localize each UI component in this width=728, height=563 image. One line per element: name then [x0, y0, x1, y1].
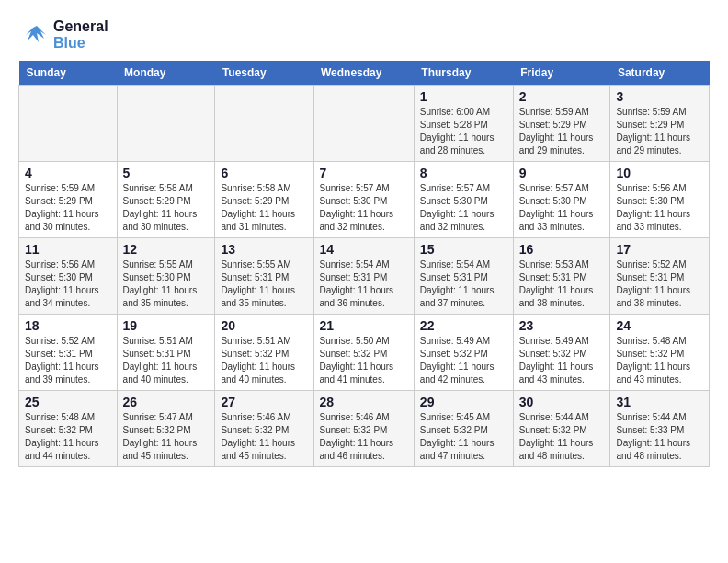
- calendar-cell: 3Sunrise: 5:59 AM Sunset: 5:29 PM Daylig…: [610, 86, 710, 162]
- day-number: 31: [616, 395, 703, 409]
- calendar-cell: 10Sunrise: 5:56 AM Sunset: 5:30 PM Dayli…: [610, 162, 710, 238]
- calendar-cell: 27Sunrise: 5:46 AM Sunset: 5:32 PM Dayli…: [215, 391, 313, 467]
- day-header-tuesday: Tuesday: [215, 61, 313, 86]
- day-info: Sunrise: 5:46 AM Sunset: 5:32 PM Dayligh…: [320, 411, 408, 463]
- calendar-cell: 24Sunrise: 5:48 AM Sunset: 5:32 PM Dayli…: [610, 315, 710, 391]
- calendar-cell: 16Sunrise: 5:53 AM Sunset: 5:31 PM Dayli…: [513, 238, 610, 315]
- calendar-week-3: 11Sunrise: 5:56 AM Sunset: 5:30 PM Dayli…: [19, 238, 710, 315]
- calendar-cell: 11Sunrise: 5:56 AM Sunset: 5:30 PM Dayli…: [19, 238, 118, 315]
- day-info: Sunrise: 5:59 AM Sunset: 5:29 PM Dayligh…: [616, 106, 703, 157]
- day-number: 10: [616, 166, 703, 180]
- day-info: Sunrise: 5:59 AM Sunset: 5:29 PM Dayligh…: [519, 106, 605, 157]
- day-info: Sunrise: 6:00 AM Sunset: 5:28 PM Dayligh…: [420, 106, 507, 157]
- day-header-thursday: Thursday: [414, 61, 513, 86]
- calendar-cell: 30Sunrise: 5:44 AM Sunset: 5:32 PM Dayli…: [513, 391, 610, 467]
- calendar-cell: 14Sunrise: 5:54 AM Sunset: 5:31 PM Dayli…: [313, 238, 414, 315]
- day-number: 4: [25, 166, 111, 180]
- day-header-sunday: Sunday: [19, 61, 118, 86]
- day-info: Sunrise: 5:50 AM Sunset: 5:32 PM Dayligh…: [320, 335, 408, 386]
- calendar-cell: 18Sunrise: 5:52 AM Sunset: 5:31 PM Dayli…: [19, 315, 118, 391]
- day-info: Sunrise: 5:54 AM Sunset: 5:31 PM Dayligh…: [420, 259, 507, 310]
- day-header-wednesday: Wednesday: [313, 61, 414, 86]
- day-header-saturday: Saturday: [610, 61, 710, 86]
- day-info: Sunrise: 5:54 AM Sunset: 5:31 PM Dayligh…: [320, 259, 408, 310]
- day-info: Sunrise: 5:51 AM Sunset: 5:32 PM Dayligh…: [221, 335, 307, 386]
- logo-bird-icon: [18, 18, 51, 52]
- day-info: Sunrise: 5:49 AM Sunset: 5:32 PM Dayligh…: [420, 335, 507, 386]
- calendar-cell: [215, 86, 313, 162]
- calendar-cell: 1Sunrise: 6:00 AM Sunset: 5:28 PM Daylig…: [414, 86, 513, 162]
- day-info: Sunrise: 5:48 AM Sunset: 5:32 PM Dayligh…: [25, 411, 111, 463]
- logo-text-general: General: [53, 18, 108, 35]
- day-number: 21: [320, 318, 408, 333]
- day-info: Sunrise: 5:52 AM Sunset: 5:31 PM Dayligh…: [616, 259, 703, 310]
- day-info: Sunrise: 5:44 AM Sunset: 5:33 PM Dayligh…: [616, 411, 703, 463]
- calendar-cell: 8Sunrise: 5:57 AM Sunset: 5:30 PM Daylig…: [414, 162, 513, 238]
- day-info: Sunrise: 5:59 AM Sunset: 5:29 PM Dayligh…: [25, 182, 111, 234]
- day-info: Sunrise: 5:46 AM Sunset: 5:32 PM Dayligh…: [221, 411, 307, 463]
- day-info: Sunrise: 5:56 AM Sunset: 5:30 PM Dayligh…: [616, 182, 703, 234]
- calendar-cell: 17Sunrise: 5:52 AM Sunset: 5:31 PM Dayli…: [610, 238, 710, 315]
- calendar-cell: [313, 86, 414, 162]
- day-info: Sunrise: 5:53 AM Sunset: 5:31 PM Dayligh…: [519, 259, 605, 310]
- day-number: 20: [221, 318, 307, 333]
- day-header-friday: Friday: [513, 61, 610, 86]
- logo: General Blue: [18, 18, 108, 52]
- calendar-cell: 19Sunrise: 5:51 AM Sunset: 5:31 PM Dayli…: [117, 315, 215, 391]
- calendar-table: SundayMondayTuesdayWednesdayThursdayFrid…: [18, 61, 710, 467]
- day-number: 12: [123, 242, 210, 257]
- day-number: 29: [420, 395, 507, 409]
- calendar-cell: 2Sunrise: 5:59 AM Sunset: 5:29 PM Daylig…: [513, 86, 610, 162]
- day-info: Sunrise: 5:45 AM Sunset: 5:32 PM Dayligh…: [420, 411, 507, 463]
- day-number: 25: [25, 395, 111, 409]
- calendar-cell: 7Sunrise: 5:57 AM Sunset: 5:30 PM Daylig…: [313, 162, 414, 238]
- calendar-week-4: 18Sunrise: 5:52 AM Sunset: 5:31 PM Dayli…: [19, 315, 710, 391]
- day-number: 5: [123, 166, 210, 180]
- day-header-row: SundayMondayTuesdayWednesdayThursdayFrid…: [19, 61, 710, 86]
- day-info: Sunrise: 5:57 AM Sunset: 5:30 PM Dayligh…: [320, 182, 408, 234]
- day-number: 11: [25, 242, 111, 257]
- day-number: 16: [519, 242, 605, 257]
- day-info: Sunrise: 5:57 AM Sunset: 5:30 PM Dayligh…: [420, 182, 507, 234]
- calendar-cell: 20Sunrise: 5:51 AM Sunset: 5:32 PM Dayli…: [215, 315, 313, 391]
- day-number: 3: [616, 89, 703, 104]
- day-number: 17: [616, 242, 703, 257]
- calendar-cell: 9Sunrise: 5:57 AM Sunset: 5:30 PM Daylig…: [513, 162, 610, 238]
- calendar-cell: 4Sunrise: 5:59 AM Sunset: 5:29 PM Daylig…: [19, 162, 118, 238]
- calendar-week-1: 1Sunrise: 6:00 AM Sunset: 5:28 PM Daylig…: [19, 86, 710, 162]
- calendar-cell: [117, 86, 215, 162]
- calendar-cell: 6Sunrise: 5:58 AM Sunset: 5:29 PM Daylig…: [215, 162, 313, 238]
- day-number: 30: [519, 395, 605, 409]
- day-info: Sunrise: 5:56 AM Sunset: 5:30 PM Dayligh…: [25, 259, 111, 310]
- day-number: 23: [519, 318, 605, 333]
- day-number: 18: [25, 318, 111, 333]
- calendar-week-5: 25Sunrise: 5:48 AM Sunset: 5:32 PM Dayli…: [19, 391, 710, 467]
- day-info: Sunrise: 5:58 AM Sunset: 5:29 PM Dayligh…: [221, 182, 307, 234]
- logo-text-blue: Blue: [53, 35, 108, 52]
- day-header-monday: Monday: [117, 61, 215, 86]
- calendar-week-2: 4Sunrise: 5:59 AM Sunset: 5:29 PM Daylig…: [19, 162, 710, 238]
- calendar-cell: 26Sunrise: 5:47 AM Sunset: 5:32 PM Dayli…: [117, 391, 215, 467]
- day-number: 13: [221, 242, 307, 257]
- day-info: Sunrise: 5:55 AM Sunset: 5:31 PM Dayligh…: [221, 259, 307, 310]
- day-info: Sunrise: 5:44 AM Sunset: 5:32 PM Dayligh…: [519, 411, 605, 463]
- calendar-cell: 13Sunrise: 5:55 AM Sunset: 5:31 PM Dayli…: [215, 238, 313, 315]
- calendar-cell: 25Sunrise: 5:48 AM Sunset: 5:32 PM Dayli…: [19, 391, 118, 467]
- calendar-cell: 28Sunrise: 5:46 AM Sunset: 5:32 PM Dayli…: [313, 391, 414, 467]
- calendar-cell: 5Sunrise: 5:58 AM Sunset: 5:29 PM Daylig…: [117, 162, 215, 238]
- day-number: 6: [221, 166, 307, 180]
- day-number: 28: [320, 395, 408, 409]
- day-info: Sunrise: 5:51 AM Sunset: 5:31 PM Dayligh…: [123, 335, 210, 386]
- day-info: Sunrise: 5:49 AM Sunset: 5:32 PM Dayligh…: [519, 335, 605, 386]
- day-info: Sunrise: 5:57 AM Sunset: 5:30 PM Dayligh…: [519, 182, 605, 234]
- day-info: Sunrise: 5:48 AM Sunset: 5:32 PM Dayligh…: [616, 335, 703, 386]
- day-info: Sunrise: 5:47 AM Sunset: 5:32 PM Dayligh…: [123, 411, 210, 463]
- day-number: 19: [123, 318, 210, 333]
- day-number: 14: [320, 242, 408, 257]
- day-info: Sunrise: 5:58 AM Sunset: 5:29 PM Dayligh…: [123, 182, 210, 234]
- day-number: 9: [519, 166, 605, 180]
- calendar-cell: 15Sunrise: 5:54 AM Sunset: 5:31 PM Dayli…: [414, 238, 513, 315]
- day-number: 7: [320, 166, 408, 180]
- calendar-cell: [19, 86, 118, 162]
- day-number: 1: [420, 89, 507, 104]
